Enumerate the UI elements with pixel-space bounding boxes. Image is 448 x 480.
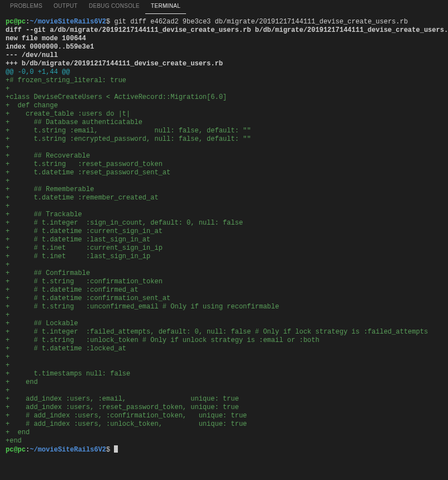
diff-added-line: +end (6, 437, 22, 445)
tab-debug-console[interactable]: DEBUG CONSOLE (83, 0, 145, 13)
diff-added-line: + (6, 144, 9, 151)
diff-added-line: + # t.datetime :locked_at (6, 345, 126, 353)
diff-added-line: + t.timestamps null: false (6, 370, 130, 378)
diff-added-line: + # t.string :confirmation_token (6, 278, 163, 286)
diff-body: +# frozen_string_literal: true + +class … (6, 77, 442, 445)
diff-added-line: + # t.datetime :current_sign_in_at (6, 227, 163, 235)
diff-added-line: + ## Lockable (6, 320, 78, 327)
diff-added-line: + def change (6, 102, 58, 110)
diff-added-line: + (6, 387, 9, 395)
panel-tabs: PROBLEMS OUTPUT DEBUG CONSOLE TERMINAL (0, 0, 448, 13)
diff-added-line: + # t.string :unlock_token # Only if unl… (6, 336, 320, 344)
diff-index: index 0000000..b59e3e1 (6, 43, 94, 51)
diff-added-line: + t.string :encrypted_password, null: fa… (6, 135, 251, 143)
diff-added-line: + t.string :email, null: false, default:… (6, 127, 251, 135)
prompt-user-2: pc@pc (6, 446, 26, 454)
diff-added-line: + t.datetime :reset_password_sent_at (6, 169, 170, 177)
prompt-dollar-2: $ (106, 446, 110, 454)
diff-added-line: + ## Trackable (6, 211, 82, 218)
diff-added-line: + (6, 177, 9, 185)
diff-file-header: diff --git a/db/migrate/20191217144111_d… (6, 26, 448, 34)
diff-hunk-header: @@ -0,0 +1,44 @@ (6, 68, 70, 76)
diff-added-line: + (6, 202, 9, 210)
diff-added-line: + # t.string :unconfirmed_email # Only i… (6, 303, 279, 311)
diff-added-line: + # t.integer :sign_in_count, default: 0… (6, 219, 243, 227)
diff-added-line: + end (6, 429, 30, 436)
command-text: git diff e462ad2 9be3ce3 db/migrate/2019… (110, 18, 408, 26)
diff-added-line: + # add_index :users, :unlock_token, uni… (6, 420, 247, 428)
diff-added-line: +# frozen_string_literal: true (6, 77, 126, 84)
diff-added-line: + (6, 85, 9, 93)
diff-added-line: + (6, 353, 9, 361)
diff-added-line: + ## Database authenticatable (6, 118, 142, 126)
diff-added-line: + # t.datetime :confirmation_sent_at (6, 294, 170, 302)
diff-new-file: new file mode 100644 (6, 35, 86, 42)
diff-added-line: + (6, 261, 9, 269)
terminal-cursor (114, 445, 118, 453)
diff-added-line: + t.datetime :remember_created_at (6, 194, 159, 202)
diff-added-line: + # t.integer :failed_attempts, default:… (6, 328, 428, 336)
prompt-path: ~/movieSiteRails6V2 (30, 18, 106, 26)
diff-added-line: + (6, 362, 9, 369)
diff-added-line: + # t.datetime :last_sign_in_at (6, 236, 150, 244)
prompt-path-2: ~/movieSiteRails6V2 (30, 446, 106, 454)
diff-added-line: + end (6, 378, 38, 386)
diff-added-line: + (6, 311, 9, 319)
diff-added-line: + # add_index :users, :confirmation_toke… (6, 412, 247, 420)
diff-minus-file: --- /dev/null (6, 51, 58, 59)
terminal-content[interactable]: pc@pc:~/movieSiteRails6V2$ git diff e462… (0, 13, 448, 459)
diff-plus-file: +++ b/db/migrate/20191217144111_devise_c… (6, 60, 223, 68)
diff-added-line: +class DeviseCreateUsers < ActiveRecord:… (6, 93, 227, 101)
prompt-user: pc@pc (6, 18, 26, 26)
diff-added-line: + ## Rememberable (6, 186, 94, 193)
diff-added-line: + t.string :reset_password_token (6, 160, 163, 168)
tab-output[interactable]: OUTPUT (48, 0, 83, 13)
diff-added-line: + # t.datetime :confirmed_at (6, 286, 139, 294)
diff-added-line: + add_index :users, :email, unique: true (6, 395, 239, 403)
diff-added-line: + add_index :users, :reset_password_toke… (6, 403, 239, 411)
diff-added-line: + ## Recoverable (6, 152, 90, 160)
tab-problems[interactable]: PROBLEMS (4, 0, 48, 13)
diff-added-line: + # t.inet :current_sign_in_ip (6, 244, 163, 252)
tab-terminal[interactable]: TERMINAL (145, 0, 186, 14)
diff-added-line: + # t.inet :last_sign_in_ip (6, 253, 150, 260)
diff-added-line: + create_table :users do |t| (6, 110, 130, 118)
diff-added-line: + ## Confirmable (6, 269, 90, 277)
